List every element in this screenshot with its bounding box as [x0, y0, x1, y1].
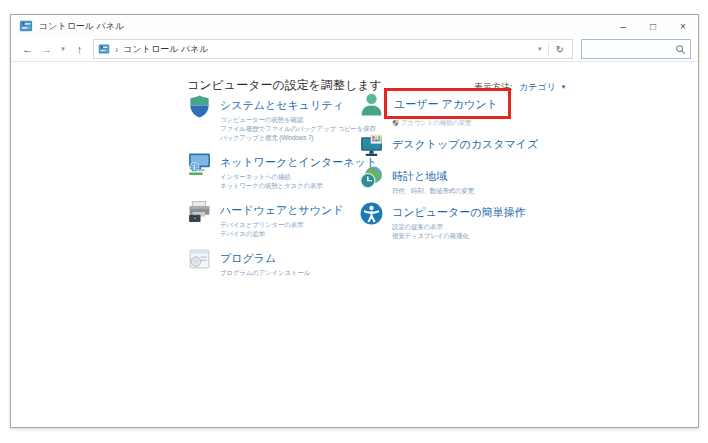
content-area: コンピューターの設定を調整します 表示方法: カテゴリ ▼ システムとセキュリテ… — [11, 62, 698, 427]
clock-region-icon[interactable] — [359, 165, 384, 190]
clock-region-title[interactable]: 時計と地域 — [392, 170, 447, 183]
title-bar[interactable]: コントロール パネル – □ × — [11, 15, 698, 37]
task-link[interactable]: アカウントの種類の変更 — [392, 118, 511, 127]
task-link[interactable]: コンピューターの状態を確認 — [220, 115, 359, 124]
category-system-security: システムとセキュリティ コンピューターの状態を確認ファイル履歴でファイルのバック… — [187, 94, 359, 142]
network-internet-title[interactable]: ネットワークとインターネット — [220, 156, 377, 169]
programs-tasks: プログラムのアンインストール — [220, 268, 310, 277]
close-button[interactable]: × — [668, 15, 698, 37]
desktop-background: コントロール パネル – □ × ← → ▾ ↑ › コントロール パネル ▾ … — [0, 0, 708, 443]
network-internet-icon[interactable] — [187, 151, 212, 176]
system-security-tasks: コンピューターの状態を確認ファイル履歴でファイルのバックアップ コピーを保存バッ… — [220, 115, 359, 142]
hardware-sound-title[interactable]: ハードウェアとサウンド — [220, 204, 344, 217]
task-link[interactable]: ファイル履歴でファイルのバックアップ コピーを保存 — [220, 124, 359, 133]
task-link[interactable]: 視覚ディスプレイの最適化 — [392, 231, 526, 240]
clock-region-tasks: 日付、時刻、数値形式の変更 — [392, 186, 474, 195]
hardware-sound-tasks: デバイスとプリンターの表示デバイスの追加 — [220, 220, 344, 238]
task-link[interactable]: デバイスの追加 — [220, 229, 344, 238]
categories-right-column: ユーザー アカウント アカウントの種類の変更 デスクトップのカスタマイズ 時計と… — [359, 92, 594, 246]
category-user-accounts: ユーザー アカウント アカウントの種類の変更 — [359, 92, 594, 127]
task-link[interactable]: 日付、時刻、数値形式の変更 — [392, 186, 474, 195]
address-dropdown-icon[interactable]: ▾ — [532, 45, 548, 53]
back-button[interactable]: ← — [18, 40, 37, 58]
appearance-icon[interactable] — [359, 133, 384, 158]
system-security-title[interactable]: システムとセキュリティ — [220, 99, 344, 112]
navigation-bar: ← → ▾ ↑ › コントロール パネル ▾ ↻ — [11, 37, 698, 62]
control-panel-window: コントロール パネル – □ × ← → ▾ ↑ › コントロール パネル ▾ … — [10, 14, 699, 428]
user-accounts-title[interactable]: ユーザー アカウント — [394, 98, 498, 111]
network-internet-tasks: インターネットへの接続ネットワークの状態とタスクの表示 — [220, 172, 359, 190]
address-bar[interactable]: › コントロール パネル ▾ ↻ — [93, 39, 573, 59]
categories-left-column: システムとセキュリティ コンピューターの状態を確認ファイル履歴でファイルのバック… — [187, 94, 359, 286]
task-link[interactable]: ネットワークの状態とタスクの表示 — [220, 181, 359, 190]
user-accounts-icon[interactable] — [359, 92, 384, 117]
refresh-button[interactable]: ↻ — [548, 43, 568, 56]
user-accounts-tasks: アカウントの種類の変更 — [392, 118, 511, 127]
breadcrumb-location[interactable]: コントロール パネル — [123, 43, 208, 56]
search-input[interactable] — [586, 43, 675, 55]
ease-access-title[interactable]: コンピューターの簡単操作 — [392, 206, 526, 219]
control-panel-icon — [98, 43, 110, 55]
task-link[interactable]: 設定の提案の表示 — [392, 222, 526, 231]
task-link[interactable]: プログラムのアンインストール — [220, 268, 310, 277]
category-appearance: デスクトップのカスタマイズ — [359, 133, 594, 159]
task-link[interactable]: バックアップと復元 (Windows 7) — [220, 133, 359, 142]
category-programs: プログラム プログラムのアンインストール — [187, 247, 359, 277]
window-title: コントロール パネル — [39, 20, 124, 33]
task-link[interactable]: デバイスとプリンターの表示 — [220, 220, 344, 229]
minimize-button[interactable]: – — [608, 15, 638, 37]
window-controls: – □ × — [608, 15, 698, 37]
programs-icon[interactable] — [187, 247, 212, 272]
system-security-icon[interactable] — [187, 94, 212, 119]
history-dropdown-button[interactable]: ▾ — [56, 40, 70, 58]
search-box[interactable] — [581, 39, 691, 59]
page-title: コンピューターの設定を調整します — [187, 77, 382, 94]
highlight-rectangle: ユーザー アカウント — [384, 88, 511, 119]
category-clock-region: 時計と地域 日付、時刻、数値形式の変更 — [359, 165, 594, 195]
breadcrumb-separator: › — [115, 44, 118, 55]
forward-button[interactable]: → — [37, 40, 56, 58]
view-by-value[interactable]: カテゴリ — [519, 82, 556, 92]
dropdown-arrow-icon: ▼ — [560, 84, 566, 90]
programs-title[interactable]: プログラム — [220, 252, 276, 265]
maximize-button[interactable]: □ — [638, 15, 668, 37]
ease-access-tasks: 設定の提案の表示視覚ディスプレイの最適化 — [392, 222, 526, 240]
up-button[interactable]: ↑ — [70, 40, 89, 58]
hardware-sound-icon[interactable] — [187, 199, 212, 224]
category-hardware-sound: ハードウェアとサウンド デバイスとプリンターの表示デバイスの追加 — [187, 199, 359, 238]
uac-shield-icon — [392, 119, 399, 127]
category-network-internet: ネットワークとインターネット インターネットへの接続ネットワークの状態とタスクの… — [187, 151, 359, 190]
task-link[interactable]: インターネットへの接続 — [220, 172, 359, 181]
control-panel-icon — [19, 19, 33, 33]
appearance-title[interactable]: デスクトップのカスタマイズ — [392, 138, 538, 151]
search-icon — [675, 44, 686, 55]
category-ease-access: コンピューターの簡単操作 設定の提案の表示視覚ディスプレイの最適化 — [359, 201, 594, 240]
ease-access-icon[interactable] — [359, 201, 384, 226]
